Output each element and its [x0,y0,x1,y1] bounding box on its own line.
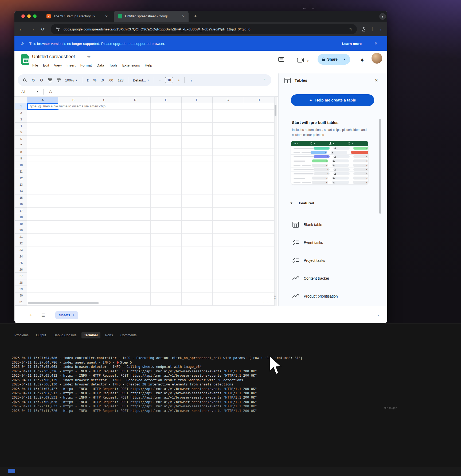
menu-item[interactable]: Data [94,63,107,68]
menu-item[interactable]: Extensions [120,63,142,68]
vertical-scrollbar-track[interactable] [274,97,277,306]
prebuilt-table-item[interactable]: Event tasks [279,233,386,251]
column-header[interactable]: A [27,97,58,103]
row-header[interactable]: 11 [15,168,27,175]
tab-spreadsheet[interactable]: Untitled spreadsheet - Googl ✕ [114,11,189,22]
new-tab-button[interactable]: + [194,13,197,19]
row-header[interactable]: 10 [15,162,27,168]
forward-button[interactable]: → [30,22,35,36]
menu-item[interactable]: File [30,63,41,68]
row-header[interactable]: 31 [15,299,27,305]
help-me-create-table-button[interactable]: ✦ Help me create a table [291,94,374,106]
panel-tab[interactable]: Comments [118,332,139,338]
row-header[interactable]: 2 [15,110,27,116]
horizontal-scroll-arrows[interactable]: ‹› [264,301,271,304]
row-header[interactable]: 17 [15,208,27,214]
terminal-output[interactable]: 2025-04-11 15:27:04,586 - index.controll… [12,343,302,413]
row-header[interactable]: 1 [15,103,27,110]
tab-close-icon[interactable]: ✕ [182,14,185,18]
row-header[interactable]: 12 [15,175,27,181]
row-header[interactable]: 22 [15,240,27,247]
reload-button[interactable]: ⟳ [41,22,45,36]
select-all-corner[interactable] [15,97,27,103]
account-avatar[interactable] [372,53,382,64]
row-header[interactable]: 16 [15,201,27,208]
prebuilt-table-item[interactable]: Blank table [279,216,386,233]
number-format-button[interactable]: 123 [118,78,124,82]
present-to-meet-icon[interactable] [297,58,304,63]
column-header[interactable]: C [89,97,120,103]
panel-tab[interactable]: Debug Console [51,332,79,338]
site-info-icon[interactable] [56,27,60,31]
sheets-logo-icon[interactable] [21,54,29,65]
table-preview-thumbnail[interactable]: Tt▼ ▼ ▼ ▼ ▼ ▼ ▼ ▼ [291,141,368,185]
row-header[interactable]: 30 [15,292,27,299]
undo-icon[interactable]: ↺ [32,78,35,83]
menu-item[interactable]: Tools [107,63,120,68]
fill-handle[interactable] [57,108,59,110]
featured-section-toggle[interactable]: ▼ Featured [290,201,314,205]
row-header[interactable]: 15 [15,194,27,201]
row-header[interactable]: 26 [15,266,27,273]
vertical-scrollbar-thumb[interactable] [275,105,276,116]
tab-yc-directory[interactable]: Y The YC Startup Directory | Y ✕ [42,11,112,22]
vertical-scroll-arrows[interactable]: ▲▼ [273,294,277,305]
address-bar[interactable]: docs.google.com/spreadsheets/d/1SXxhK37Q… [51,24,357,34]
tab-close-icon[interactable]: ✕ [105,14,108,18]
menu-item[interactable]: Help [142,63,155,68]
increase-font-size-button[interactable]: + [178,78,180,82]
prebuilt-table-item[interactable]: Project tasks [279,251,386,269]
row-header[interactable]: 5 [15,129,27,136]
panel-close-icon[interactable]: ✕ [375,78,378,83]
panel-scrollbar-thumb[interactable] [379,119,381,214]
column-header[interactable]: E [151,97,182,103]
row-header[interactable]: 19 [15,221,27,227]
decrease-font-size-button[interactable]: − [159,78,161,82]
search-icon[interactable] [23,78,27,82]
star-document-icon[interactable]: ☆ [87,54,91,59]
menu-item[interactable]: Insert [64,63,78,68]
column-header[interactable]: H [243,97,274,103]
zoom-select[interactable]: 100%▼ [65,78,77,82]
column-header[interactable]: D [120,97,151,103]
row-header[interactable]: 18 [15,214,27,220]
name-box[interactable]: A1 [21,90,36,94]
horizontal-scrollbar-thumb[interactable] [28,302,99,304]
row-header[interactable]: 14 [15,188,27,194]
row-header[interactable]: 20 [15,227,27,233]
close-window-button[interactable] [21,14,25,18]
more-toolbar-options-icon[interactable]: ⋮ [189,78,193,83]
sheet-tab[interactable]: Sheet1 ▼ [55,311,79,319]
row-header[interactable]: 25 [15,260,27,266]
row-header[interactable]: 8 [15,149,27,155]
menu-item[interactable]: Edit [41,63,52,68]
row-header[interactable]: 28 [15,279,27,286]
decrease-decimal-button[interactable]: .0 [101,78,104,82]
panel-tab[interactable]: Terminal [81,332,100,338]
column-header[interactable]: F [182,97,213,103]
collapse-panel-chevron[interactable]: ‹ [378,313,379,317]
share-button[interactable]: Share ▼ [318,54,350,65]
print-icon[interactable] [48,78,52,82]
sheet-menu-caret[interactable]: ▼ [72,314,75,316]
menu-item[interactable]: Format [78,63,94,68]
tab-search-chevron-icon[interactable]: ▼ [379,13,386,20]
panel-tab[interactable]: Output [33,332,49,338]
bookmark-star-icon[interactable]: ☆ [349,27,353,32]
column-header[interactable]: G [213,97,244,103]
dock-app-chip[interactable] [8,469,15,473]
percent-format-button[interactable]: % [93,78,96,82]
redo-icon[interactable]: ↻ [40,78,43,83]
font-size-input[interactable]: 10 [165,77,173,83]
panel-tab[interactable]: Ports [103,332,116,338]
paint-format-icon[interactable] [57,78,61,82]
minimize-window-button[interactable] [27,14,31,18]
row-header[interactable]: 23 [15,247,27,253]
back-button[interactable]: ← [19,22,24,36]
experiments-flask-icon[interactable] [362,22,366,36]
increase-decimal-button[interactable]: .00 [108,78,113,82]
all-sheets-icon[interactable]: ☰ [41,313,45,318]
row-header[interactable]: 9 [15,155,27,162]
row-header[interactable]: 7 [15,142,27,149]
row-header[interactable]: 6 [15,136,27,142]
